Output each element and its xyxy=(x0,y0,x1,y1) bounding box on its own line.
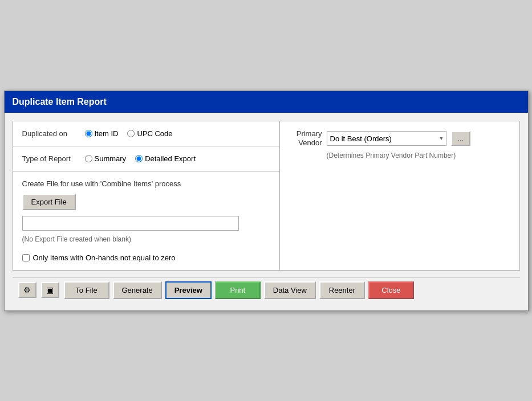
export-file-input[interactable] xyxy=(22,216,239,231)
gear-icon: ⚙ xyxy=(23,285,31,294)
panel-icon-button[interactable]: ▣ xyxy=(41,282,59,298)
vendor-select-wrapper: Do it Best (Orders) xyxy=(327,131,446,146)
create-file-description: Create File for use with 'Combine Items'… xyxy=(22,179,270,188)
print-button[interactable]: Print xyxy=(215,281,261,299)
radio-detailed-export-input[interactable] xyxy=(135,155,143,162)
footer: ⚙ ▣ To File Generate Preview Print Data … xyxy=(13,277,520,302)
export-file-hint: (No Export File created when blank) xyxy=(22,235,270,243)
vendor-browse-button[interactable]: ... xyxy=(451,131,471,146)
radio-upc-code-input[interactable] xyxy=(127,130,135,137)
vendor-hint: (Determines Primary Vendor Part Number) xyxy=(327,152,511,159)
left-panel: Duplicated on Item ID UPC Code xyxy=(13,121,280,270)
vendor-row: Primary Vendor Do it Best (Orders) ... xyxy=(288,129,511,149)
primary-vendor-label: Primary Vendor xyxy=(288,129,322,149)
radio-summary-label: Summary xyxy=(95,154,127,163)
gear-icon-button[interactable]: ⚙ xyxy=(18,282,36,298)
radio-item-id-label: Item ID xyxy=(95,129,119,138)
main-panel: Duplicated on Item ID UPC Code xyxy=(13,121,520,271)
radio-upc-code-label: UPC Code xyxy=(137,129,172,138)
window-title: Duplicate Item Report xyxy=(13,97,107,107)
type-of-report-row: Type of Report Summary Detailed Export xyxy=(22,154,270,163)
title-bar: Duplicate Item Report xyxy=(5,91,528,113)
content-area: Duplicated on Item ID UPC Code xyxy=(5,113,528,310)
radio-summary-input[interactable] xyxy=(85,155,92,162)
radio-summary[interactable]: Summary xyxy=(85,154,127,163)
main-window: Duplicate Item Report Duplicated on Item… xyxy=(4,91,529,311)
close-button[interactable]: Close xyxy=(368,281,414,299)
type-of-report-radio-group: Summary Detailed Export xyxy=(85,154,196,163)
data-view-button[interactable]: Data View xyxy=(264,281,316,299)
type-of-report-section: Type of Report Summary Detailed Export xyxy=(13,146,279,171)
vendor-select[interactable]: Do it Best (Orders) xyxy=(327,131,446,146)
on-hands-checkbox-row: Only Items with On-hands not equal to ze… xyxy=(22,253,270,262)
generate-button[interactable]: Generate xyxy=(113,281,162,299)
export-file-section: Create File for use with 'Combine Items'… xyxy=(13,171,279,270)
duplicated-on-row: Duplicated on Item ID UPC Code xyxy=(22,129,270,138)
right-panel: Primary Vendor Do it Best (Orders) ... (… xyxy=(280,121,519,270)
radio-detailed-export-label: Detailed Export xyxy=(145,154,196,163)
radio-item-id[interactable]: Item ID xyxy=(85,129,119,138)
panel-icon: ▣ xyxy=(46,285,54,294)
preview-button[interactable]: Preview xyxy=(165,281,212,299)
reenter-button[interactable]: Reenter xyxy=(319,281,365,299)
duplicated-on-radio-group: Item ID UPC Code xyxy=(85,129,173,138)
export-file-button[interactable]: Export File xyxy=(22,194,76,210)
duplicated-on-section: Duplicated on Item ID UPC Code xyxy=(13,121,279,146)
on-hands-checkbox-label: Only Items with On-hands not equal to ze… xyxy=(33,253,176,262)
type-of-report-label: Type of Report xyxy=(22,154,79,163)
on-hands-checkbox[interactable] xyxy=(22,254,30,261)
radio-upc-code[interactable]: UPC Code xyxy=(127,129,172,138)
radio-item-id-input[interactable] xyxy=(85,130,92,137)
to-file-button[interactable]: To File xyxy=(64,281,109,299)
radio-detailed-export[interactable]: Detailed Export xyxy=(135,154,196,163)
duplicated-on-label: Duplicated on xyxy=(22,129,79,138)
